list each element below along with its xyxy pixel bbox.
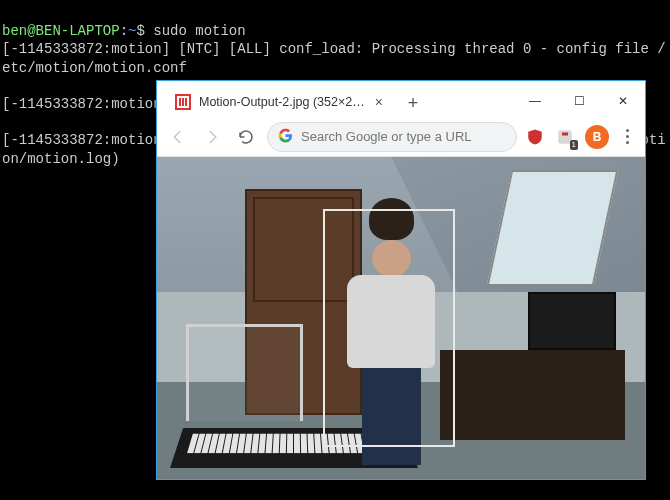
tab-close-button[interactable]: × [373,94,385,110]
browser-window: Motion-Output-2.jpg (352×288) × + — ☐ ✕ … [156,80,646,480]
menu-button[interactable] [619,129,635,144]
prompt-dollar: $ [136,23,153,39]
log-line: [-1145333872:motion] [NTC] [ALL] conf_lo… [2,40,668,76]
profile-avatar[interactable]: B [585,125,609,149]
omnibox-placeholder: Search Google or type a URL [301,129,472,144]
motion-detection-box [323,209,455,447]
browser-titlebar[interactable]: Motion-Output-2.jpg (352×288) × + — ☐ ✕ [157,81,645,117]
new-tab-button[interactable]: + [399,89,427,117]
extension-badge: 1 [570,140,578,150]
maximize-button[interactable]: ☐ [557,87,601,115]
browser-toolbar: Search Google or type a URL 1 B [157,117,645,157]
back-button[interactable] [165,124,191,150]
minimize-button[interactable]: — [513,87,557,115]
webcam-image [157,157,645,479]
address-bar[interactable]: Search Google or type a URL [267,122,517,152]
tab-title: Motion-Output-2.jpg (352×288) [199,95,365,109]
prompt-user-host: ben@BEN-LAPTOP [2,23,120,39]
google-g-icon [278,128,293,146]
ublock-icon[interactable] [525,127,545,147]
forward-button[interactable] [199,124,225,150]
browser-viewport [157,157,645,479]
svg-rect-2 [562,132,568,135]
command-text: sudo motion [153,23,245,39]
prompt-colon: : [120,23,128,39]
close-window-button[interactable]: ✕ [601,87,645,115]
extensions-area: 1 B [525,125,637,149]
image-favicon-icon [175,94,191,110]
window-controls: — ☐ ✕ [513,87,645,117]
extension-icon[interactable]: 1 [555,127,575,147]
reload-button[interactable] [233,124,259,150]
browser-tab[interactable]: Motion-Output-2.jpg (352×288) × [165,87,395,117]
